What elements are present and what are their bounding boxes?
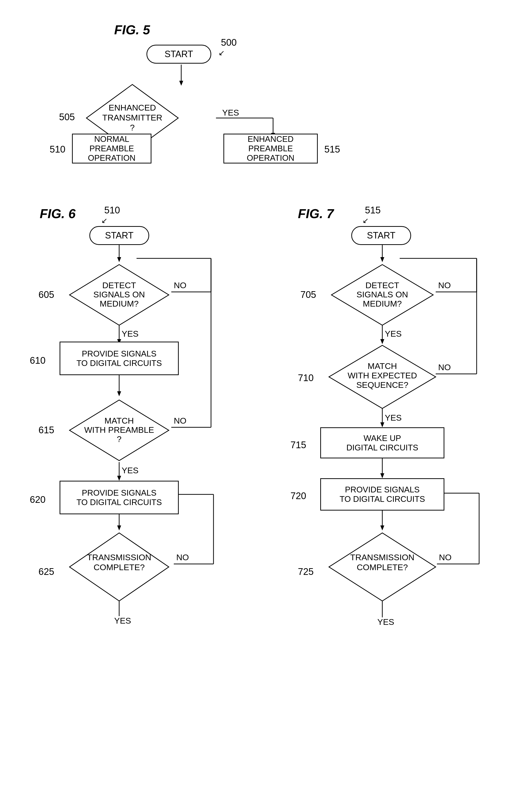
- fig7-p1: 715 WAKE UPDIGITAL CIRCUITS: [320, 427, 444, 458]
- svg-text:YES: YES: [222, 108, 239, 117]
- fig7-d2: 710 MATCH WITH EXPECTED SEQUENCE?: [326, 343, 438, 412]
- fig7-area: FIG. 7 515 ↙ YES NO YES NO: [273, 199, 516, 770]
- fig6-p2: 620 PROVIDE SIGNALSTO DIGITAL CIRCUITS: [60, 481, 179, 514]
- svg-text:SEQUENCE?: SEQUENCE?: [356, 380, 408, 390]
- svg-text:YES: YES: [114, 616, 131, 625]
- svg-text:YES: YES: [385, 329, 402, 338]
- fig6-d1: 605 DETECT SIGNALS ON MEDIUM?: [67, 262, 171, 329]
- svg-marker-69: [380, 525, 384, 531]
- svg-text:TRANSMISSION: TRANSMISSION: [350, 553, 415, 562]
- svg-text:WITH EXPECTED: WITH EXPECTED: [347, 371, 417, 380]
- svg-text:NO: NO: [438, 280, 451, 290]
- svg-marker-26: [117, 476, 121, 481]
- fig7-d1: 705 DETECT SIGNALS ON MEDIUM?: [329, 262, 436, 329]
- svg-text:TRANSMITTER: TRANSMITTER: [102, 113, 163, 122]
- svg-text:WITH PREAMBLE: WITH PREAMBLE: [84, 425, 154, 434]
- svg-text:MATCH: MATCH: [104, 416, 134, 425]
- fig6-start: START: [89, 226, 149, 245]
- svg-text:SIGNALS ON: SIGNALS ON: [93, 290, 145, 299]
- svg-text:DETECT: DETECT: [365, 280, 399, 290]
- fig7-start: START: [351, 226, 411, 245]
- svg-text:NO: NO: [438, 363, 451, 372]
- svg-text:NO: NO: [439, 553, 452, 562]
- svg-text:MATCH: MATCH: [368, 361, 397, 371]
- fig7-d3: 725 TRANSMISSION COMPLETE?: [326, 531, 438, 605]
- fig6-d3: 625 TRANSMISSION COMPLETE?: [67, 531, 171, 605]
- svg-text:SIGNALS ON: SIGNALS ON: [357, 290, 408, 299]
- svg-text:ENHANCED: ENHANCED: [109, 103, 156, 112]
- fig6-d2: 615 MATCH WITH PREAMBLE ?: [67, 397, 171, 464]
- svg-text:YES: YES: [122, 329, 138, 338]
- svg-text:TRANSMISSION: TRANSMISSION: [87, 553, 151, 562]
- svg-text:MEDIUM?: MEDIUM?: [100, 299, 139, 308]
- fig5-normal: 510 NORMAL PREAMBLEOPERATION: [72, 134, 151, 164]
- svg-text:?: ?: [117, 434, 122, 444]
- fig7-p2: 720 PROVIDE SIGNALSTO DIGITAL CIRCUITS: [320, 478, 444, 511]
- svg-text:MEDIUM?: MEDIUM?: [363, 299, 402, 308]
- svg-text:COMPLETE?: COMPLETE?: [94, 562, 145, 572]
- svg-text:NO: NO: [174, 416, 186, 425]
- svg-text:NO: NO: [174, 280, 186, 290]
- svg-marker-67: [380, 473, 384, 478]
- svg-text:COMPLETE?: COMPLETE?: [357, 562, 408, 572]
- svg-text:DETECT: DETECT: [102, 280, 136, 290]
- fig6-p1: 610 PROVIDE SIGNALSTO DIGITAL CIRCUITS: [60, 341, 179, 375]
- svg-marker-24: [117, 391, 121, 396]
- fig5-enhanced: ENHANCED PREAMBLEOPERATION 515: [224, 134, 318, 164]
- fig6-area: FIG. 6 510 ↙ YES NO YES: [15, 199, 238, 770]
- svg-marker-15: [117, 257, 121, 262]
- svg-text:YES: YES: [377, 617, 394, 627]
- svg-text:?: ?: [130, 123, 135, 132]
- svg-text:NO: NO: [176, 553, 189, 562]
- fig5-area: FIG. 5 500 ↙ START NO: [50, 15, 472, 184]
- svg-text:YES: YES: [385, 413, 402, 422]
- svg-marker-52: [380, 257, 384, 262]
- page: FIG. 5 500 ↙ START NO: [0, 0, 532, 796]
- svg-text:YES: YES: [122, 466, 138, 475]
- svg-marker-61: [380, 422, 384, 427]
- svg-marker-32: [117, 525, 121, 531]
